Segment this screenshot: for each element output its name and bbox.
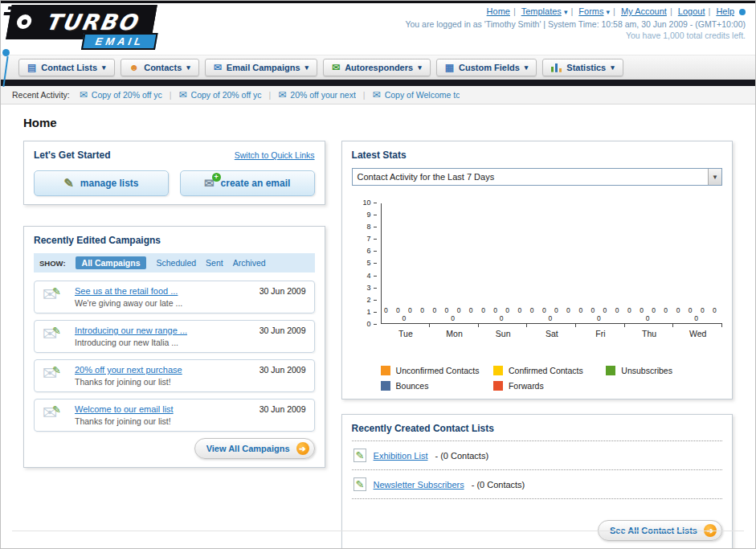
separator: | <box>513 6 516 16</box>
nav-divider-bar <box>1 80 755 86</box>
campaign-date: 30 Jun 2009 <box>259 326 306 335</box>
switch-quick-links-link[interactable]: Switch to Quick Links <box>235 150 315 160</box>
filter-tab-archived[interactable]: Archived <box>233 258 266 268</box>
pencil-page-icon: ✎ <box>353 449 366 462</box>
manage-lists-label: manage lists <box>80 178 139 189</box>
x-axis-label: Sat <box>527 329 576 338</box>
envelope-icon: ✉ <box>179 89 187 100</box>
legend-item: Unconfirmed Contacts <box>381 366 493 375</box>
contact-list-item[interactable]: ✎ Exhibition List - (0 Contacts) <box>352 441 722 470</box>
contacts-icon: ☻ <box>129 63 140 72</box>
link-help[interactable]: Help <box>716 6 734 16</box>
contact-list-item[interactable]: ✎ Newsletter Subscribers - (0 Contacts) <box>352 470 722 499</box>
tab-email-campaigns[interactable]: ✉ Email Campaigns ▾ <box>205 59 317 76</box>
tab-autoresponders[interactable]: ✉ Autoresponders ▾ <box>323 59 431 76</box>
create-email-button[interactable]: ✉+ create an email <box>180 170 315 196</box>
recent-activity-label: Recent Activity: <box>12 90 70 100</box>
y-axis-label: 5 <box>352 260 378 267</box>
y-axis-label: 9 <box>352 211 378 219</box>
view-all-campaigns-label: View All Campaigns <box>206 444 290 453</box>
contact-list-link[interactable]: Newsletter Subscribers <box>374 480 464 490</box>
link-home[interactable]: Home <box>487 6 510 16</box>
tab-contact-lists[interactable]: ▤ Contact Lists ▾ <box>18 59 115 76</box>
y-axis-label: 2 <box>352 297 378 304</box>
envelope-icon: ✉ <box>214 63 222 72</box>
link-logout[interactable]: Logout <box>678 6 705 16</box>
custom-fields-icon: ▦ <box>445 63 454 72</box>
chart-day-group: 0 0 0 0 0Mon <box>430 203 479 323</box>
tab-statistics[interactable]: Statistics ▾ <box>542 59 623 76</box>
legend-item: Bounces <box>381 381 493 391</box>
campaign-title-link[interactable]: Introducing our new range ... <box>75 326 251 335</box>
create-email-label: create an email <box>221 178 291 189</box>
y-axis-label: 6 <box>352 248 378 255</box>
campaign-title-link[interactable]: Welcome to our email list <box>75 404 251 414</box>
legend-label: Unsubscribes <box>621 366 672 375</box>
x-axis-label: Wed <box>673 329 722 338</box>
activity-item[interactable]: ✉ Copy of 20% off yc <box>179 89 262 100</box>
separator: | <box>363 90 366 100</box>
legend-label: Bounces <box>396 381 429 391</box>
campaign-row[interactable]: ✉✎ Introducing our new range ... Introdu… <box>34 320 315 353</box>
separator: | <box>708 6 710 16</box>
recently-edited-campaigns-panel: Recently Edited Campaigns SHOW: All Camp… <box>23 226 325 468</box>
chart-plot-area: 0 0 0 0 0Tue0 0 0 0 0Mon0 0 0 0 0Sun0 0 … <box>381 203 722 324</box>
tab-custom-fields[interactable]: ▦ Custom Fields ▾ <box>436 59 537 76</box>
get-started-panel: Let's Get Started Switch to Quick Links … <box>23 141 325 205</box>
main-nav: ▤ Contact Lists ▾ ☻ Contacts ▾ ✉ Email C… <box>1 55 755 80</box>
chart-legend: Unconfirmed ContactsConfirmed ContactsUn… <box>381 366 722 391</box>
chevron-down-icon: ▾ <box>186 64 190 72</box>
chart-value-labels: 0 0 0 0 0 <box>479 306 528 322</box>
link-my-account[interactable]: My Account <box>621 6 667 16</box>
link-templates[interactable]: Templates <box>521 6 562 16</box>
header: TURBO EMAIL Home| Templates ▾| Forms ▾| … <box>1 3 755 55</box>
filter-tab-sent[interactable]: Sent <box>206 258 223 268</box>
link-forms[interactable]: Forms <box>578 6 603 16</box>
campaign-row[interactable]: ✉✎ 20% off your next purchase Thanks for… <box>34 359 315 392</box>
latest-stats-panel: Latest Stats Contact Activity for the La… <box>341 141 733 399</box>
campaign-list: ✉✎ See us at the retail food ... We're g… <box>34 281 315 432</box>
logo: TURBO EMAIL <box>6 5 157 39</box>
latest-stats-title: Latest Stats <box>352 150 722 161</box>
envelope-pencil-icon: ✉✎ <box>43 365 67 383</box>
top-links: Home| Templates ▾| Forms ▾| My Account| … <box>405 6 746 16</box>
campaign-row[interactable]: ✉✎ See us at the retail food ... We're g… <box>34 281 315 313</box>
separator: | <box>570 6 573 16</box>
pencil-page-icon: ✎ <box>353 477 366 491</box>
y-axis-label: 7 <box>352 236 378 243</box>
left-column: Let's Get Started Switch to Quick Links … <box>23 141 325 468</box>
footer-divider <box>12 531 744 531</box>
bar-chart-icon <box>551 63 562 72</box>
campaign-title-link[interactable]: See us at the retail food ... <box>75 286 251 296</box>
filter-tab-all-campaigns[interactable]: All Campaigns <box>76 256 147 269</box>
filter-tab-scheduled[interactable]: Scheduled <box>156 258 196 268</box>
manage-lists-button[interactable]: ✎ manage lists <box>34 170 169 196</box>
y-axis-label: 1 <box>352 309 378 316</box>
recently-created-lists-panel: Recently Created Contact Lists ✎ Exhibit… <box>341 414 733 549</box>
tab-contacts[interactable]: ☻ Contacts ▾ <box>121 59 199 76</box>
campaign-title-link[interactable]: 20% off your next purchase <box>75 365 251 375</box>
contact-lists-title: Recently Created Contact Lists <box>352 423 722 434</box>
campaign-row[interactable]: ✉✎ Welcome to our email list Thanks for … <box>34 399 315 432</box>
activity-item[interactable]: ✉ Copy of Welcome tc <box>373 89 460 100</box>
chart-day-group: 0 0 0 0 0Fri <box>576 203 625 323</box>
activity-item[interactable]: ✉ Copy of 20% off yc <box>80 89 162 100</box>
chart-value-labels: 0 0 0 0 0 <box>382 306 431 322</box>
campaign-date: 30 Jun 2009 <box>259 286 306 296</box>
chart-day-group: 0 0 0 0 0Wed <box>673 203 722 323</box>
envelope-pencil-icon: ✉✎ <box>43 286 67 304</box>
view-all-campaigns-button[interactable]: View All Campaigns ➔ <box>194 438 315 459</box>
logo-text-email: EMAIL <box>81 33 158 50</box>
separator: | <box>670 6 672 16</box>
chevron-down-icon: ▾ <box>102 64 106 72</box>
chevron-down-icon: ▾ <box>525 64 529 72</box>
y-axis-label: 8 <box>352 223 378 231</box>
legend-swatch <box>493 366 503 375</box>
chevron-down-icon: ▾ <box>305 64 309 72</box>
activity-item[interactable]: ✉ 20% off your next <box>278 89 356 100</box>
contact-list-link[interactable]: Exhibition List <box>374 451 428 461</box>
status-dot-icon <box>739 9 746 15</box>
chart-value-labels: 0 0 0 0 0 <box>527 306 576 322</box>
activity-item-label: 20% off your next <box>290 90 356 100</box>
stats-period-select[interactable]: Contact Activity for the Last 7 Days ▼ <box>352 168 722 186</box>
